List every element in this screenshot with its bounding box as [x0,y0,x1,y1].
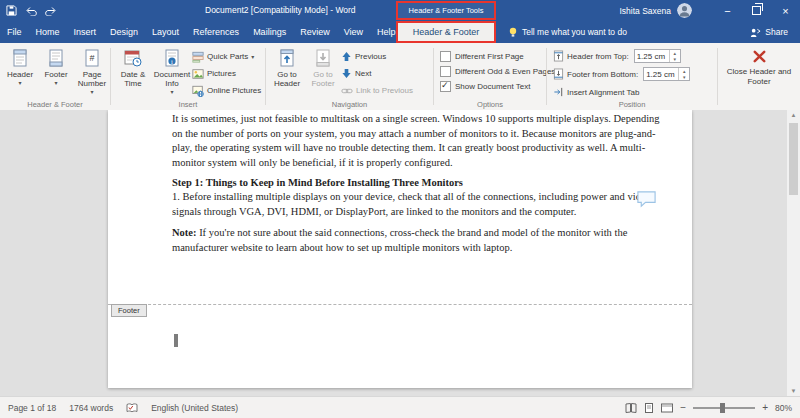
footer-from-bottom-input[interactable] [644,68,678,80]
group-header-footer: Header ▾ Footer ▾ # Page Number ▾ Header… [0,43,110,110]
group-label-navigation: Navigation [266,100,433,109]
text-cursor [174,334,178,347]
chevron-down-icon: ▾ [54,80,57,86]
redo-button[interactable] [45,6,57,16]
contextual-tools-label: Header & Footer Tools [396,1,496,20]
status-bar: Page 1 of 18 1764 words English (United … [0,396,800,418]
share-button[interactable]: Share [750,21,788,43]
page-indicator[interactable]: Page 1 of 18 [8,403,56,413]
undo-button[interactable] [25,6,37,16]
zoom-slider-thumb[interactable] [720,403,725,413]
go-to-footer-icon [313,48,333,68]
tab-mailings[interactable]: Mailings [246,21,293,43]
scrollbar-thumb[interactable] [789,123,798,195]
different-odd-even-checkbox[interactable]: Different Odd & Even Pages [440,66,546,77]
lightbulb-icon [508,27,518,38]
save-button[interactable] [6,5,17,16]
header-from-top-input[interactable] [635,50,669,62]
account-area[interactable]: Ishita Saxena [619,0,692,21]
header-from-top-spinner[interactable]: ▴▾ [634,49,681,63]
zoom-level[interactable]: 80% [775,403,792,413]
share-label: Share [765,27,788,37]
online-pictures-button[interactable]: Online Pictures [192,84,261,97]
header-button[interactable]: Header ▾ [2,43,38,98]
minimize-button[interactable]: − [713,0,742,21]
vertical-scrollbar[interactable]: ▲ ▼ [786,110,800,397]
spinner-arrows[interactable]: ▴▾ [678,68,689,80]
date-time-button-label: Date & Time [114,70,152,88]
spinner-arrows[interactable]: ▴▾ [669,50,680,62]
group-label-header-footer: Header & Footer [0,100,110,109]
pictures-button[interactable]: Pictures [192,67,261,80]
web-layout-button[interactable] [661,403,673,413]
tab-view[interactable]: View [337,21,370,43]
tab-layout[interactable]: Layout [145,21,186,43]
page-number-button[interactable]: # Page Number ▾ [74,43,110,98]
previous-button[interactable]: Previous [341,50,413,63]
document-info-icon: i [162,48,182,68]
zoom-slider[interactable] [693,407,755,409]
window-controls: − × [713,0,800,21]
read-mode-icon [625,403,637,413]
tab-review[interactable]: Review [293,21,337,43]
tab-references[interactable]: References [186,21,246,43]
spin-down-icon[interactable]: ▾ [679,74,689,80]
body-paragraph: It is sometimes, just not feasible to mu… [172,112,664,171]
footer-icon [46,48,66,68]
tab-header-footer-active[interactable]: Header & Footer [396,21,496,43]
zoom-out-button[interactable]: − [680,402,686,413]
link-to-previous-icon [341,86,353,96]
different-first-page-checkbox[interactable]: Different First Page [440,51,546,62]
group-label-options: Options [434,100,546,109]
print-layout-button[interactable] [644,403,654,413]
document-info-button[interactable]: i Document Info ▾ [152,43,192,98]
date-time-button[interactable]: Date & Time [114,43,152,98]
read-mode-button[interactable] [625,403,637,413]
print-layout-icon [644,403,654,413]
zoom-in-button[interactable]: + [762,402,768,413]
page-number-button-label: Page Number [74,70,110,88]
go-to-header-icon [277,48,297,68]
group-label-insert: Insert [111,100,265,109]
avatar[interactable] [677,3,692,18]
window-title: Document2 [Compatibility Mode] - Word [205,0,356,21]
go-to-footer-label: Go to Footer [305,70,341,88]
restore-button[interactable] [742,0,771,21]
footer-button-label: Footer [44,70,67,79]
close-window-button[interactable]: × [771,0,800,21]
quick-access-toolbar [6,0,57,21]
close-header-footer-button[interactable]: Close Header and Footer [723,48,795,86]
tell-me-box[interactable]: Tell me what you want to do [508,21,627,43]
chevron-down-icon: ▾ [90,89,93,95]
tab-insert[interactable]: Insert [67,21,104,43]
spellcheck-button[interactable] [126,403,138,413]
tab-design[interactable]: Design [103,21,145,43]
word-count[interactable]: 1764 words [69,403,113,413]
spellcheck-icon [126,403,138,413]
show-document-text-checkbox[interactable]: ✓ Show Document Text [440,81,546,92]
comment-bubble-icon[interactable] [636,190,657,212]
spin-down-icon[interactable]: ▾ [670,56,680,62]
scroll-up-arrow-icon[interactable]: ▲ [787,110,800,121]
next-button[interactable]: Next [341,67,413,80]
document-info-button-label: Document Info [152,70,192,88]
header-button-label: Header [7,70,33,79]
footer-from-bottom-label: Footer from Bottom: [567,70,638,79]
tab-home[interactable]: Home [29,21,67,43]
footer-from-bottom-spinner[interactable]: ▴▾ [643,67,690,81]
footer-button[interactable]: Footer ▾ [38,43,74,98]
document-page[interactable]: It is sometimes, just not feasible to mu… [108,110,692,388]
link-to-previous-label: Link to Previous [356,86,413,95]
insert-alignment-tab-button[interactable]: Insert Alignment Tab [553,84,717,100]
next-icon [341,68,352,79]
group-close: Close Header and Footer [718,43,800,110]
user-name: Ishita Saxena [619,6,671,16]
online-pictures-label: Online Pictures [207,86,261,95]
go-to-header-button[interactable]: Go to Header [269,43,305,98]
show-document-text-label: Show Document Text [455,82,530,91]
quick-parts-button[interactable]: Quick Parts ▾ [192,50,261,63]
group-position: Header from Top: ▴▾ Footer from Bottom: … [547,43,717,110]
tab-file[interactable]: File [0,21,29,43]
language-indicator[interactable]: English (United States) [151,403,238,413]
group-options: Different First Page Different Odd & Eve… [434,43,546,110]
